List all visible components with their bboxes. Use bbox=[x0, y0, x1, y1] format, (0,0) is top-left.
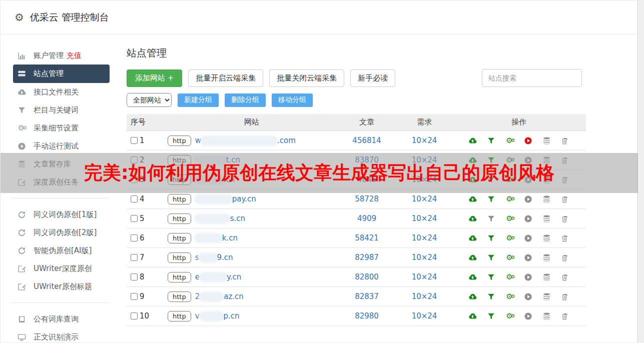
row-checkbox[interactable] bbox=[131, 215, 138, 222]
sidebar-item-content-recognition[interactable]: 正文识别演示 bbox=[1, 328, 120, 343]
filter-icon[interactable] bbox=[487, 234, 496, 242]
sidebar-item-uwriter-deep[interactable]: UWriter深度原创 bbox=[1, 260, 120, 278]
sidebar-item-sites[interactable]: 站点管理 bbox=[13, 64, 110, 83]
cloud-upload-icon[interactable] bbox=[468, 312, 477, 320]
database-icon[interactable] bbox=[542, 312, 551, 320]
sidebar-item-synonym-v1[interactable]: 同义词伪原创[1版] bbox=[1, 206, 120, 224]
http-pill[interactable]: http bbox=[168, 233, 191, 244]
play-icon[interactable] bbox=[524, 136, 533, 145]
filter-icon[interactable] bbox=[487, 312, 496, 320]
delete-group-button[interactable]: 删除分组 bbox=[225, 94, 266, 107]
gears-icon[interactable]: ⚙⚙ bbox=[505, 214, 514, 223]
cloud-upload-icon[interactable] bbox=[468, 234, 477, 242]
trash-icon[interactable] bbox=[561, 194, 570, 204]
batch-open-collect-button[interactable]: 批量开启云端采集 bbox=[188, 70, 263, 87]
filter-icon[interactable] bbox=[487, 272, 496, 282]
http-pill[interactable]: http bbox=[168, 252, 191, 263]
row-checkbox[interactable] bbox=[131, 274, 138, 280]
site-domain[interactable]: ey.cn bbox=[195, 272, 242, 282]
trash-icon[interactable] bbox=[561, 312, 570, 320]
cloud-upload-icon[interactable] bbox=[468, 272, 477, 282]
row-checkbox[interactable] bbox=[131, 254, 138, 261]
new-group-button[interactable]: 新建分组 bbox=[178, 94, 219, 107]
http-pill[interactable]: http bbox=[168, 194, 191, 204]
row-checkbox[interactable] bbox=[131, 293, 138, 300]
filter-icon[interactable] bbox=[487, 194, 496, 204]
add-site-button[interactable]: 添加网站 + bbox=[127, 70, 182, 87]
sidebar-item-ai-rewrite[interactable]: 智能伪原创[AI版] bbox=[1, 242, 120, 260]
filter-icon[interactable] bbox=[487, 253, 496, 262]
cloud-upload-icon[interactable] bbox=[468, 136, 477, 145]
play-icon[interactable] bbox=[524, 312, 533, 320]
database-icon[interactable] bbox=[542, 234, 551, 242]
site-domain[interactable]: 2az.cn bbox=[195, 292, 244, 301]
gears-icon[interactable]: ⚙⚙ bbox=[505, 234, 514, 242]
play-icon[interactable] bbox=[524, 234, 533, 242]
gears-icon[interactable]: ⚙⚙ bbox=[505, 194, 514, 204]
cloud-upload-icon[interactable] bbox=[468, 194, 477, 204]
sidebar-item-columns-keywords[interactable]: 栏目与关键词 bbox=[1, 101, 120, 119]
cloud-upload-icon[interactable] bbox=[468, 292, 477, 301]
trash-icon[interactable] bbox=[561, 214, 570, 223]
site-domain[interactable]: k.cn bbox=[195, 234, 238, 242]
sidebar-item-account[interactable]: 账户管理 充值 bbox=[1, 46, 120, 64]
move-group-button[interactable]: 移动分组 bbox=[272, 94, 313, 107]
batch-close-collect-button[interactable]: 批量关闭云端采集 bbox=[269, 70, 344, 87]
play-icon[interactable] bbox=[524, 194, 533, 204]
site-domain[interactable]: s9.cn bbox=[195, 253, 233, 262]
sidebar-item-manual-test[interactable]: 手动运行测试 bbox=[1, 137, 120, 155]
database-icon[interactable] bbox=[542, 292, 551, 301]
database-icon[interactable] bbox=[542, 253, 551, 262]
filter-icon[interactable] bbox=[487, 292, 496, 301]
play-icon[interactable] bbox=[524, 272, 533, 282]
play-icon[interactable] bbox=[524, 292, 533, 301]
http-pill[interactable]: http bbox=[168, 292, 191, 302]
trash-icon[interactable] bbox=[561, 272, 570, 282]
site-domain[interactable]: pay.cn bbox=[195, 194, 256, 204]
gears-icon[interactable]: ⚙⚙ bbox=[505, 136, 514, 145]
site-domain[interactable]: s.cn bbox=[195, 214, 245, 223]
recharge-badge[interactable]: 充值 bbox=[67, 51, 82, 60]
gears-icon[interactable]: ⚙⚙ bbox=[505, 253, 514, 262]
http-pill[interactable]: http bbox=[168, 214, 191, 224]
site-search-input[interactable] bbox=[482, 69, 582, 87]
trash-icon[interactable] bbox=[561, 234, 570, 242]
row-checkbox[interactable] bbox=[131, 234, 138, 242]
sidebar-item-collection-settings[interactable]: ⚙⚙ 采集细节设置 bbox=[1, 119, 120, 137]
row-checkbox[interactable] bbox=[131, 137, 138, 144]
col-header-num: 序号 bbox=[127, 118, 167, 127]
sidebar-item-synonym-v2[interactable]: 同义词伪原创[2版] bbox=[1, 224, 120, 242]
row-number: 5 bbox=[140, 214, 145, 223]
database-icon[interactable] bbox=[542, 272, 551, 282]
newbie-guide-button[interactable]: 新手必读 bbox=[350, 70, 395, 87]
row-checkbox[interactable] bbox=[131, 196, 138, 202]
http-pill[interactable]: http bbox=[168, 272, 191, 282]
sidebar-item-public-lexicon[interactable]: 公有词库查询 bbox=[1, 310, 120, 328]
database-icon[interactable] bbox=[542, 214, 551, 223]
trash-icon[interactable] bbox=[561, 136, 570, 145]
play-icon[interactable] bbox=[524, 214, 533, 223]
group-filter-select[interactable]: 全部网站 bbox=[127, 93, 172, 107]
filter-icon[interactable] bbox=[487, 136, 496, 145]
page-scrollbar-track[interactable] bbox=[637, 0, 644, 343]
trash-icon[interactable] bbox=[561, 253, 570, 262]
http-pill[interactable]: http bbox=[168, 311, 191, 322]
gears-icon[interactable]: ⚙⚙ bbox=[505, 312, 514, 320]
site-domain[interactable]: vp.cn bbox=[195, 312, 240, 320]
filter-icon[interactable] bbox=[487, 214, 496, 223]
sidebar-item-uwriter-title[interactable]: UWriter原创标题 bbox=[1, 278, 120, 296]
gears-icon[interactable]: ⚙⚙ bbox=[505, 292, 514, 301]
play-icon[interactable] bbox=[524, 253, 533, 262]
http-pill[interactable]: http bbox=[168, 136, 191, 146]
gears-icon[interactable]: ⚙⚙ bbox=[505, 272, 514, 282]
cloud-upload-icon[interactable] bbox=[468, 214, 477, 223]
sidebar-item-label: 同义词伪原创[2版] bbox=[34, 228, 97, 238]
database-icon[interactable] bbox=[542, 194, 551, 204]
site-domain[interactable]: w.com bbox=[195, 136, 296, 145]
database-icon[interactable] bbox=[542, 136, 551, 145]
trash-icon[interactable] bbox=[561, 292, 570, 301]
sidebar-item-interface-files[interactable]: 接口文件相关 bbox=[1, 83, 120, 101]
col-header-ops: 操作 bbox=[452, 118, 586, 127]
cloud-upload-icon[interactable] bbox=[468, 253, 477, 262]
row-checkbox[interactable] bbox=[131, 312, 138, 320]
